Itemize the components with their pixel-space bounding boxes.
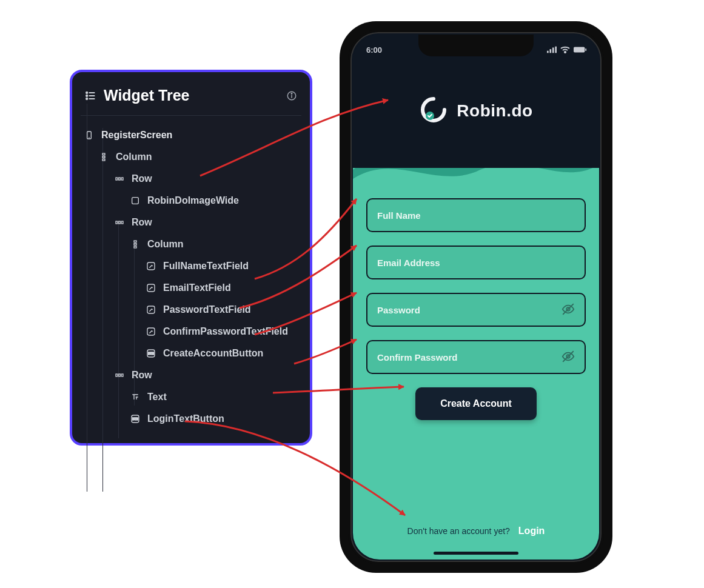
- tree-node-email-field[interactable]: EmailTextField: [81, 277, 301, 299]
- svg-rect-41: [585, 48, 586, 51]
- svg-rect-18: [116, 221, 118, 224]
- tree-label: Column: [147, 239, 184, 250]
- login-link[interactable]: Login: [518, 526, 545, 536]
- svg-rect-36: [549, 49, 551, 53]
- battery-icon: [574, 46, 587, 53]
- textfield-icon: [145, 326, 157, 338]
- footer-row: Don't have an account yet? Login: [353, 526, 599, 536]
- button-icon: BTN: [145, 347, 157, 359]
- phone-icon: [83, 129, 95, 141]
- tree-label: Text: [147, 392, 167, 403]
- tree-label: Row: [132, 370, 152, 381]
- field-label: Full Name: [377, 210, 421, 221]
- tree-node-robin-image[interactable]: RobinDoImageWide: [81, 190, 301, 212]
- create-account-button[interactable]: Create Account: [415, 387, 537, 420]
- email-input[interactable]: Email Address: [366, 246, 586, 279]
- tree-label: CreateAccountButton: [163, 348, 263, 359]
- svg-rect-22: [134, 244, 136, 246]
- svg-rect-17: [132, 198, 139, 204]
- svg-rect-30: [116, 374, 118, 376]
- textfield-icon: [145, 282, 157, 294]
- svg-point-0: [86, 92, 88, 93]
- tree-node-fullname-field[interactable]: FullNameTextField: [81, 255, 301, 277]
- tree-label: RegisterScreen: [101, 130, 172, 141]
- app-name: Robin.do: [457, 101, 532, 121]
- tree-node-column[interactable]: Column: [81, 146, 301, 168]
- row-icon: [113, 369, 126, 381]
- widget-tree-panel: Widget Tree RegisterScreen Column: [70, 70, 312, 446]
- textfield-icon: [145, 304, 157, 316]
- textfield-icon: [145, 260, 157, 272]
- button-label: Create Account: [440, 398, 512, 409]
- svg-text:BTN: BTN: [132, 418, 138, 421]
- tree-label: Row: [132, 217, 152, 228]
- tree-icon: [84, 90, 96, 102]
- tree-node-row[interactable]: Row: [81, 364, 301, 386]
- wifi-icon: [560, 46, 570, 53]
- tree-node-text[interactable]: Text: [81, 386, 301, 408]
- svg-rect-15: [119, 178, 121, 180]
- svg-point-2: [86, 95, 88, 96]
- status-time: 6:00: [366, 45, 382, 55]
- tree-node-column[interactable]: Column: [81, 233, 301, 255]
- widget-tree-title: Widget Tree: [104, 87, 278, 104]
- svg-rect-32: [121, 374, 123, 376]
- svg-point-8: [291, 93, 292, 94]
- button-icon: BTN: [129, 413, 141, 425]
- fullname-input[interactable]: Full Name: [366, 198, 586, 232]
- image-icon: [129, 195, 141, 207]
- eye-off-icon[interactable]: [562, 350, 575, 365]
- svg-rect-40: [574, 47, 585, 52]
- tree-label: Column: [116, 152, 152, 162]
- row-icon: [113, 173, 126, 185]
- svg-rect-12: [102, 156, 105, 158]
- tree-node-row[interactable]: Row: [81, 212, 301, 233]
- svg-rect-38: [555, 47, 557, 53]
- column-icon: [129, 238, 141, 250]
- phone-mockup: 6:00 Robin.do: [340, 21, 612, 573]
- svg-rect-31: [119, 374, 121, 376]
- form-area: Full Name Email Address Password Confirm…: [353, 168, 599, 560]
- confirm-password-input[interactable]: Confirm Password: [366, 340, 586, 374]
- eye-off-icon[interactable]: [562, 302, 575, 318]
- field-label: Password: [377, 305, 420, 315]
- signal-icon: [547, 46, 557, 53]
- svg-rect-37: [552, 47, 554, 53]
- svg-rect-11: [102, 153, 105, 155]
- svg-rect-16: [121, 178, 123, 180]
- tree-label: FullNameTextField: [163, 261, 249, 272]
- tree-label: ConfirmPasswordTextField: [163, 326, 288, 337]
- tree-label: PasswordTextField: [163, 304, 251, 315]
- tree-node-register-screen[interactable]: RegisterScreen: [81, 124, 301, 146]
- svg-point-4: [86, 98, 88, 99]
- phone-notch: [418, 35, 534, 56]
- field-label: Confirm Password: [377, 352, 458, 362]
- tree-node-login-text-button[interactable]: BTN LoginTextButton: [81, 408, 301, 430]
- footer-text: Don't have an account yet?: [407, 526, 510, 536]
- svg-rect-35: [547, 51, 549, 53]
- text-icon: [129, 391, 141, 403]
- app-logo-icon: [419, 95, 448, 127]
- svg-rect-20: [121, 221, 123, 224]
- svg-text:BTN: BTN: [148, 352, 154, 355]
- tree-label: EmailTextField: [163, 282, 231, 293]
- column-icon: [98, 151, 110, 163]
- tree-label: LoginTextButton: [147, 413, 224, 424]
- svg-point-39: [565, 52, 566, 53]
- svg-rect-23: [134, 246, 136, 248]
- tree-node-password-field[interactable]: PasswordTextField: [81, 299, 301, 321]
- svg-rect-21: [134, 241, 136, 242]
- field-label: Email Address: [377, 258, 440, 268]
- tree-node-confirm-password-field[interactable]: ConfirmPasswordTextField: [81, 321, 301, 342]
- info-icon[interactable]: [286, 90, 298, 102]
- widget-tree-list: RegisterScreen Column Row RobinDoImageWi…: [81, 116, 301, 430]
- widget-tree-header: Widget Tree: [81, 83, 301, 116]
- home-indicator: [434, 552, 518, 555]
- svg-rect-19: [119, 221, 121, 224]
- svg-rect-13: [102, 159, 105, 161]
- svg-rect-14: [116, 178, 118, 180]
- password-input[interactable]: Password: [366, 293, 586, 327]
- tree-node-create-account-button[interactable]: BTN CreateAccountButton: [81, 342, 301, 364]
- tree-label: Row: [132, 173, 152, 184]
- tree-node-row[interactable]: Row: [81, 168, 301, 190]
